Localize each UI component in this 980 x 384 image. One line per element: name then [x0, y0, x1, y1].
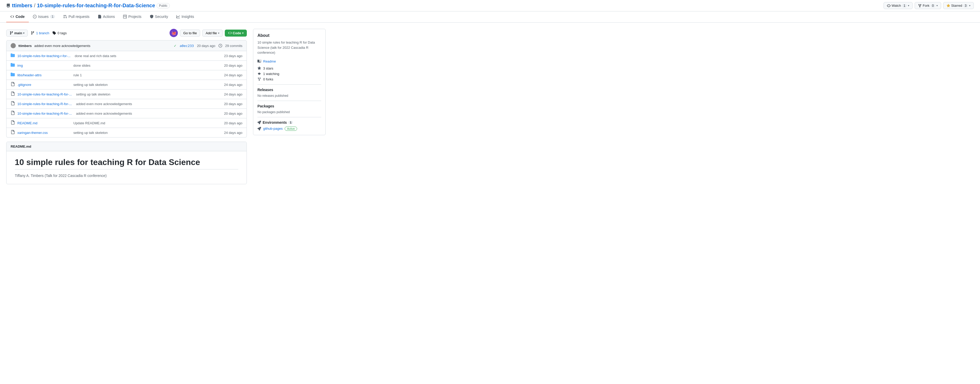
repo-name-link[interactable]: 10-simple-rules-for-teaching-R-for-Data-… — [37, 3, 155, 8]
commits-link[interactable]: 29 commits — [225, 44, 242, 48]
table-row: imgdone slides20 days ago — [6, 61, 247, 70]
star-chevron: ▾ — [969, 4, 970, 7]
octocat-logo: 🐙 — [170, 29, 178, 37]
file-name-link[interactable]: README.md — [18, 121, 69, 125]
commit-time: 20 days ago — [197, 44, 215, 48]
file-time: 20 days ago — [224, 112, 242, 115]
branch-chevron-icon: ▾ — [23, 32, 24, 35]
file-name-link[interactable]: 10-simple-rules-for-teaching-R-for-... — [18, 92, 72, 96]
tab-actions[interactable]: Actions — [94, 11, 119, 22]
commit-hash-link[interactable]: a0ec233 — [180, 44, 194, 48]
about-stats: 3 stars 1 watching 0 forks — [258, 67, 321, 81]
pr-tab-icon — [63, 15, 67, 18]
file-name-link[interactable]: 10-simple-rules-for-teaching-R-for-... — [18, 112, 72, 115]
rocket-icon — [258, 121, 261, 124]
code-button[interactable]: Code ▾ — [225, 30, 247, 37]
active-badge: Active — [285, 127, 297, 131]
tab-security[interactable]: Security — [146, 11, 172, 22]
file-name-link[interactable]: .gitignore — [18, 83, 69, 87]
file-message: rule 1 — [69, 73, 224, 77]
file-message: Update README.md — [69, 121, 224, 125]
table-row: 10-simple-rules-for-teaching-R-for-...ad… — [6, 99, 247, 109]
watching-stat: 1 watching — [258, 72, 321, 76]
file-icon — [11, 111, 15, 116]
stars-link[interactable]: 3 stars — [263, 67, 273, 70]
stars-icon — [258, 67, 261, 70]
file-time: 24 days ago — [224, 73, 242, 77]
clock-icon — [218, 44, 222, 48]
top-bar: ttimbers / 10-simple-rules-for-teaching-… — [0, 0, 980, 11]
tab-insights-label: Insights — [181, 14, 194, 19]
fork-button[interactable]: Fork 0 ▾ — [915, 2, 941, 9]
packages-title: Packages — [258, 104, 321, 108]
commit-check-icon: ✓ — [174, 44, 177, 48]
add-file-button[interactable]: Add file ▾ — [202, 30, 223, 37]
forks-link[interactable]: 0 forks — [263, 77, 273, 81]
watch-count: 1 — [902, 4, 907, 8]
book-icon — [258, 59, 261, 63]
about-title: About — [258, 33, 321, 38]
tags-info: 0 tags — [52, 31, 67, 35]
watch-chevron: ▾ — [908, 4, 909, 7]
folder-icon — [11, 72, 15, 78]
toolbar-left: main ▾ 1 branch 0 tags — [6, 30, 67, 37]
file-time: 24 days ago — [224, 83, 242, 87]
tab-code[interactable]: Code — [6, 11, 29, 22]
security-tab-icon — [150, 15, 153, 18]
left-column: main ▾ 1 branch 0 tags — [6, 29, 247, 184]
tags-link[interactable]: 0 tags — [57, 31, 67, 35]
file-message: added even more acknowledgements — [72, 112, 224, 115]
table-row: libs/header-attrsrule 124 days ago — [6, 70, 247, 80]
environments-header: Environments 1 — [258, 120, 321, 124]
readme-content: 10 simple rules for teaching R for Data … — [6, 151, 247, 184]
file-name-link[interactable]: 10-simple-rules-for-teaching-r-for-... — [18, 54, 70, 58]
star-button[interactable]: Starred 3 ▾ — [943, 2, 974, 9]
svg-text:🐙: 🐙 — [171, 30, 177, 35]
forks-stat: 0 forks — [258, 77, 321, 81]
tab-actions-label: Actions — [103, 14, 115, 19]
packages-divider — [258, 117, 321, 117]
tab-pull-requests[interactable]: Pull requests — [59, 11, 94, 22]
file-message: added even more acknowledgements — [72, 102, 224, 106]
tab-projects[interactable]: Projects — [119, 11, 146, 22]
visibility-badge: Public — [157, 3, 170, 8]
tab-issues[interactable]: Issues 1 — [29, 11, 59, 22]
releases-title: Releases — [258, 88, 321, 92]
file-name-link[interactable]: 10-simple-rules-for-teaching-R-for-... — [18, 102, 72, 106]
file-name-link[interactable]: libs/header-attrs — [18, 73, 69, 77]
file-name-link[interactable]: xaringan-themer.css — [18, 131, 69, 135]
repo-title: ttimbers / 10-simple-rules-for-teaching-… — [6, 3, 170, 8]
file-time: 24 days ago — [224, 92, 242, 96]
commit-author[interactable]: ttimbers — [18, 44, 32, 48]
fork-label: Fork — [923, 4, 929, 8]
branch-select[interactable]: main ▾ — [6, 30, 28, 37]
tab-insights[interactable]: Insights — [172, 11, 198, 22]
branches-link[interactable]: 1 branch — [36, 31, 49, 35]
branch-name: main — [14, 31, 22, 35]
github-pages-link[interactable]: github-pages — [263, 127, 283, 131]
file-message: setting up talk skeleton — [69, 83, 224, 87]
repo-owner-link[interactable]: ttimbers — [12, 3, 32, 8]
table-row: 10-simple-rules-for-teaching-R-for-...se… — [6, 89, 247, 99]
projects-tab-icon — [123, 15, 127, 18]
readme-title: 10 simple rules for teaching R for Data … — [15, 158, 238, 169]
file-time: 23 days ago — [224, 54, 242, 58]
table-row: 10-simple-rules-for-teaching-r-for-...do… — [6, 51, 247, 61]
add-file-chevron-icon: ▾ — [218, 32, 220, 35]
watch-button[interactable]: Watch 1 ▾ — [883, 2, 913, 9]
environments-count: 1 — [288, 121, 293, 124]
repo-separator: / — [34, 3, 35, 8]
file-message: setting up talk skeleton — [69, 131, 224, 135]
file-icon — [11, 82, 15, 87]
branch-icon — [10, 31, 13, 35]
readme-link[interactable]: Readme — [258, 59, 321, 63]
tab-security-label: Security — [155, 14, 168, 19]
watching-link[interactable]: 1 watching — [263, 72, 279, 76]
env-row: github-pages Active — [258, 127, 321, 131]
file-name-link[interactable]: img — [18, 64, 69, 67]
toolbar-right: 🐙 Go to file Add file ▾ Code ▾ — [170, 29, 247, 37]
readme-section: README.md 10 simple rules for teaching R… — [6, 142, 247, 184]
go-to-file-button[interactable]: Go to file — [180, 30, 200, 37]
watching-icon — [258, 72, 261, 75]
file-time: 20 days ago — [224, 102, 242, 106]
